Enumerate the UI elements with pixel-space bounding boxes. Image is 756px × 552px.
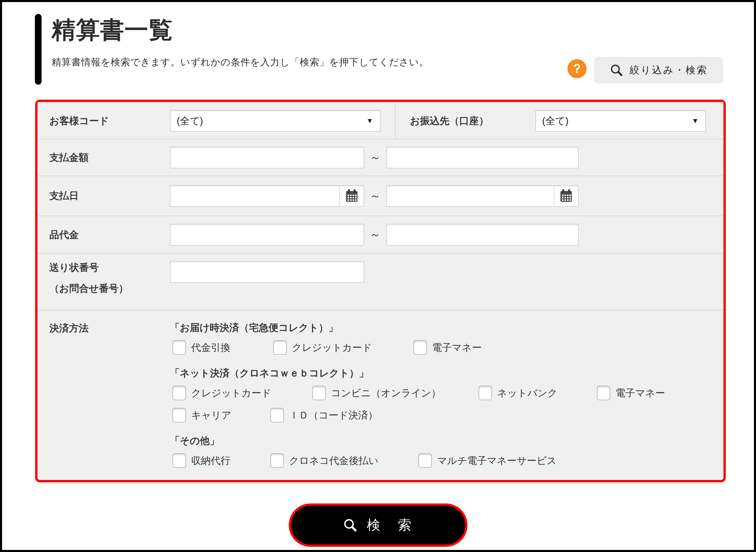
checkbox-row: 代金引換 クレジットカード 電子マネー [172, 340, 724, 355]
help-icon[interactable]: ？ [568, 59, 587, 78]
checkbox-shunou-daikou[interactable] [172, 453, 186, 468]
checkbox-kuroneko-atobarai[interactable] [270, 453, 284, 468]
invoice-number-input[interactable] [170, 261, 364, 283]
checkbox-label: 電子マネー [432, 341, 482, 354]
row-payment-amount: 支払金額 ～ [37, 139, 724, 175]
checkbox-row: 収納代行 クロネコ代金後払い マルチ電子マネーサービス [172, 453, 724, 468]
transfer-account-select[interactable]: (全て) ▼ [535, 110, 706, 132]
payment-date-to-field [386, 185, 579, 207]
payment-method-label: 決済方法 [49, 322, 170, 335]
checkbox-item-carrier[interactable]: キャリア [172, 408, 270, 422]
customer-code-cell: お客様コード (全て) ▼ [37, 103, 395, 139]
search-button[interactable]: 検 索 [289, 504, 468, 547]
payment-amount-from-input[interactable] [170, 147, 364, 168]
checkbox-credit-card-delivery[interactable] [273, 340, 287, 355]
checkbox-item-credit-card-delivery[interactable]: クレジットカード [273, 340, 413, 355]
checkbox-label: ネットバンク [497, 387, 557, 400]
transfer-account-label: お振込先（口座） [410, 114, 535, 128]
checkbox-daikin-hikikae[interactable] [172, 340, 186, 355]
checkbox-label: ＩＤ（コード決済） [289, 409, 378, 422]
filter-search-label: 絞り込み・検索 [630, 63, 708, 77]
filter-search-button[interactable]: 絞り込み・検索 [594, 57, 723, 84]
payment-date-from-field [170, 185, 364, 207]
search-criteria-form: お客様コード (全て) ▼ お振込先（口座） (全て) ▼ 支払金額 ～ [35, 100, 726, 482]
checkbox-label: コンビニ（オンライン） [331, 387, 441, 400]
checkbox-label: マルチ電子マネーサービス [437, 454, 556, 467]
item-price-from-input[interactable] [170, 224, 364, 246]
checkbox-label: 代金引換 [191, 341, 230, 354]
page: 精算書一覧 精算書情報を検索できます。いずれかの条件を入力し「検索」を押下してく… [0, 0, 756, 552]
invoice-number-label: 送り状番号 （お問合せ番号） [49, 261, 170, 295]
chevron-down-icon: ▼ [692, 117, 699, 125]
customer-code-label: お客様コード [49, 114, 170, 128]
customer-code-select[interactable]: (全て) ▼ [170, 110, 380, 132]
title-accent-bar [35, 14, 41, 85]
payment-date-to-calendar-button[interactable] [554, 186, 578, 206]
checkbox-emoney-net[interactable] [597, 386, 610, 400]
checkbox-item-multi-emoney-service[interactable]: マルチ電子マネーサービス [418, 453, 556, 468]
checkbox-item-shunou-daikou[interactable]: 収納代行 [172, 453, 270, 468]
checkbox-item-daikin-hikikae[interactable]: 代金引換 [172, 340, 273, 355]
checkbox-netbank[interactable] [479, 386, 492, 400]
checkbox-label: キャリア [191, 409, 231, 422]
calendar-icon [559, 189, 574, 203]
row-customer-code: お客様コード (全て) ▼ お振込先（口座） (全て) ▼ [37, 102, 724, 139]
checkbox-id-code-payment[interactable] [270, 408, 284, 422]
checkbox-multi-emoney-service[interactable] [418, 453, 432, 468]
checkbox-row: キャリア ＩＤ（コード決済） [172, 408, 724, 422]
row-invoice-number: 送り状番号 （お問合せ番号） [37, 253, 724, 310]
calendar-icon [345, 189, 359, 203]
payment-group-header-other: 「その他」 [170, 435, 724, 447]
checkbox-emoney-delivery[interactable] [413, 340, 427, 355]
checkbox-item-emoney-delivery[interactable]: 電子マネー [413, 340, 482, 355]
checkbox-item-convenience-online[interactable]: コンビニ（オンライン） [312, 386, 479, 400]
transfer-account-selected-value: (全て) [542, 114, 569, 128]
checkbox-label: クレジットカード [191, 387, 271, 400]
page-subtitle: 精算書情報を検索できます。いずれかの条件を入力し「検索」を押下してください。 [52, 56, 429, 69]
checkbox-row: クレジットカード コンビニ（オンライン） ネットバンク 電子マネー [172, 386, 724, 400]
checkbox-credit-card-net[interactable] [172, 386, 186, 400]
payment-date-label: 支払日 [49, 189, 170, 202]
checkbox-label: クロネコ代金後払い [289, 454, 378, 467]
chevron-down-icon: ▼ [366, 117, 373, 125]
checkbox-label: 電子マネー [616, 387, 665, 400]
row-payment-date: 支払日 ～ [37, 175, 724, 216]
page-title: 精算書一覧 [52, 15, 173, 44]
row-payment-method: 決済方法 「お届け時決済（宅急便コレクト）」 代金引換 クレジットカード 電子マ… [37, 310, 724, 480]
payment-date-from-input[interactable] [170, 186, 339, 206]
checkbox-item-emoney-net[interactable]: 電子マネー [597, 386, 665, 400]
row-item-price: 品代金 ～ [37, 216, 724, 253]
checkbox-label: クレジットカード [292, 341, 372, 354]
payment-group-header-delivery: 「お届け時決済（宅急便コレクト）」 [170, 322, 724, 333]
item-price-label: 品代金 [49, 228, 170, 241]
range-tilde: ～ [370, 228, 381, 242]
invoice-number-label-line1: 送り状番号 [49, 261, 170, 274]
item-price-to-input[interactable] [386, 224, 579, 246]
payment-date-from-calendar-button[interactable] [339, 186, 364, 206]
transfer-account-cell: お振込先（口座） (全て) ▼ [395, 103, 724, 139]
help-icon-glyph: ？ [571, 60, 583, 77]
customer-code-selected-value: (全て) [177, 114, 203, 128]
search-icon [610, 63, 624, 77]
checkbox-carrier[interactable] [172, 408, 186, 422]
checkbox-item-id-code-payment[interactable]: ＩＤ（コード決済） [270, 408, 378, 422]
checkbox-label: 収納代行 [191, 454, 230, 467]
checkbox-item-credit-card-net[interactable]: クレジットカード [172, 386, 312, 400]
range-tilde: ～ [370, 150, 381, 165]
checkbox-item-netbank[interactable]: ネットバンク [479, 386, 597, 400]
payment-amount-label: 支払金額 [49, 151, 170, 164]
payment-amount-to-input[interactable] [386, 147, 579, 168]
invoice-number-label-line2: （お問合せ番号） [49, 282, 170, 295]
checkbox-item-kuroneko-atobarai[interactable]: クロネコ代金後払い [270, 453, 418, 468]
payment-group-header-net: 「ネット決済（クロネコｗｅｂコレクト）」 [170, 367, 724, 379]
search-icon [343, 518, 358, 533]
search-button-label: 検 索 [367, 516, 413, 534]
checkbox-convenience-online[interactable] [312, 386, 326, 400]
payment-method-options: 「お届け時決済（宅急便コレクト）」 代金引換 クレジットカード 電子マネー [170, 322, 724, 475]
range-tilde: ～ [370, 189, 381, 203]
payment-date-to-input[interactable] [387, 186, 554, 206]
